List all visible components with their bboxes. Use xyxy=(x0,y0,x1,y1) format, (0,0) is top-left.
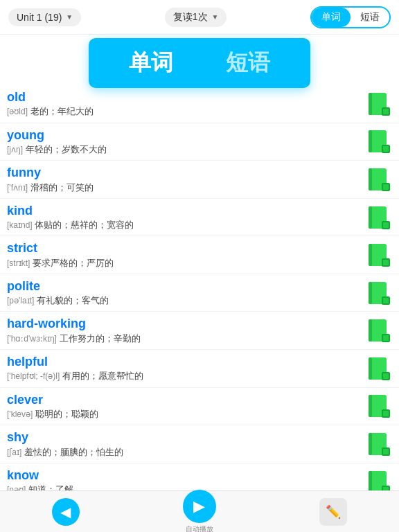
svg-rect-33 xyxy=(369,395,372,417)
word-item[interactable]: funny ['fʌnɪ] 滑稽的；可笑的 xyxy=(0,161,399,199)
word-info: [kaɪnd] 体贴的；慈祥的；宽容的 xyxy=(7,219,363,231)
word-phonetic: ['fʌnɪ] xyxy=(7,183,28,193)
svg-rect-41 xyxy=(369,471,372,493)
word-book-icon[interactable] xyxy=(363,278,393,308)
word-book-icon[interactable] xyxy=(363,429,393,459)
word-phonetic: [kaɪnd] xyxy=(7,220,33,230)
svg-rect-25 xyxy=(369,319,372,342)
svg-rect-29 xyxy=(369,357,372,380)
word-book-icon[interactable] xyxy=(363,127,393,157)
word-content: helpful ['helpfʊl; -f(ə)l] 有用的；愿意帮忙的 xyxy=(7,354,363,383)
word-english: helpful xyxy=(7,354,363,370)
word-book-icon[interactable] xyxy=(363,392,393,421)
word-info: [jʌŋ] 年轻的；岁数不大的 xyxy=(7,143,363,156)
word-english: strict xyxy=(7,240,363,256)
word-english: shy xyxy=(7,429,363,445)
word-chinese: 老的；年纪大的 xyxy=(30,106,94,116)
nav-play-item[interactable]: ▶ 自动播放 xyxy=(183,490,216,533)
word-info: ['fʌnɪ] 滑稽的；可笑的 xyxy=(7,181,363,194)
mode-phrase-button[interactable]: 短语 xyxy=(351,8,389,27)
svg-rect-27 xyxy=(383,335,389,341)
word-item[interactable]: kind [kaɪnd] 体贴的；慈祥的；宽容的 xyxy=(0,199,399,237)
word-book-icon[interactable] xyxy=(363,240,393,269)
svg-rect-17 xyxy=(369,244,372,266)
word-item[interactable]: shy [ʃaɪ] 羞怯的；腼腆的；怕生的 xyxy=(0,425,399,463)
word-info: ['helpfʊl; -f(ə)l] 有用的；愿意帮忙的 xyxy=(7,370,363,382)
word-phonetic: [jʌŋ] xyxy=(7,145,23,154)
word-chinese: 羞怯的；腼腆的；怕生的 xyxy=(24,447,123,457)
word-phonetic: ['helpfʊl; -f(ə)l] xyxy=(7,371,60,381)
word-item[interactable]: strict [strɪkt] 要求严格的；严厉的 xyxy=(0,236,399,274)
word-item[interactable]: young [jʌŋ] 年轻的；岁数不大的 xyxy=(0,123,399,161)
word-chinese: 滑稽的；可笑的 xyxy=(30,182,94,193)
replay-chevron-icon: ▼ xyxy=(212,13,219,21)
word-book-icon[interactable] xyxy=(363,165,393,194)
svg-rect-31 xyxy=(383,373,389,379)
word-chinese: 聪明的；聪颖的 xyxy=(35,409,98,419)
bottom-nav: ◀ ▶ 自动播放 ✏️ xyxy=(0,490,399,532)
word-content: hard-working ['hɑːd'wɜːkɪŋ] 工作努力的；辛勤的 xyxy=(7,316,363,345)
svg-rect-19 xyxy=(383,260,389,265)
play-label: 自动播放 xyxy=(186,524,213,533)
word-item[interactable]: polite [pə'laɪt] 有礼貌的；客气的 xyxy=(0,274,399,312)
word-phonetic: [strɪkt] xyxy=(7,258,30,268)
word-info: [ʃaɪ] 羞怯的；腼腆的；怕生的 xyxy=(7,446,363,459)
word-english: know xyxy=(7,468,363,484)
overlay-phrase-label: 短语 xyxy=(226,48,270,78)
word-content: strict [strɪkt] 要求严格的；严厉的 xyxy=(7,240,363,269)
word-info: ['klevə] 聪明的；聪颖的 xyxy=(7,408,363,420)
unit-chevron-icon: ▼ xyxy=(66,13,73,21)
word-content: clever ['klevə] 聪明的；聪颖的 xyxy=(7,392,363,421)
word-phonetic: ['hɑːd'wɜːkɪŋ] xyxy=(7,334,57,344)
word-list: old [əʊld] 老的；年纪大的 young [jʌŋ] 年轻的 xyxy=(0,37,399,493)
svg-rect-3 xyxy=(383,109,389,114)
word-item[interactable]: hard-working ['hɑːd'wɜːkɪŋ] 工作努力的；辛勤的 xyxy=(0,312,399,350)
svg-rect-11 xyxy=(383,184,389,190)
svg-rect-9 xyxy=(369,168,372,190)
word-book-icon[interactable] xyxy=(363,316,393,345)
svg-rect-5 xyxy=(369,130,372,152)
word-phonetic: [pə'laɪt] xyxy=(7,296,34,305)
word-book-icon[interactable] xyxy=(363,203,393,232)
word-chinese: 要求严格的；严厉的 xyxy=(33,258,114,268)
overlay-banner: 单词 短语 xyxy=(89,38,310,88)
word-english: hard-working xyxy=(7,316,363,332)
mode-word-button[interactable]: 单词 xyxy=(312,8,351,27)
word-book-icon[interactable] xyxy=(363,354,393,383)
back-icon: ◀ xyxy=(60,504,71,520)
word-content: polite [pə'laɪt] 有礼貌的；客气的 xyxy=(7,278,363,308)
top-bar: Unit 1 (19) ▼ 复读1次 ▼ 单词 短语 xyxy=(0,0,399,35)
unit-label: Unit 1 (19) xyxy=(17,12,62,23)
word-english: kind xyxy=(7,203,363,219)
svg-rect-1 xyxy=(369,93,372,115)
svg-rect-37 xyxy=(369,433,372,455)
word-item[interactable]: old [əʊld] 老的；年纪大的 xyxy=(0,82,399,123)
svg-rect-23 xyxy=(383,298,389,303)
word-phonetic: [əʊld] xyxy=(7,107,28,116)
word-item[interactable]: clever ['klevə] 聪明的；聪颖的 xyxy=(0,388,399,426)
word-phonetic: ['klevə] xyxy=(7,409,33,419)
word-phonetic: [ʃaɪ] xyxy=(7,447,21,457)
back-button[interactable]: ◀ xyxy=(52,498,80,526)
word-content: old [əʊld] 老的；年纪大的 xyxy=(7,89,363,118)
replay-label: 复读1次 xyxy=(173,11,208,24)
svg-rect-21 xyxy=(369,282,372,304)
word-book-icon[interactable] xyxy=(363,468,393,493)
play-button[interactable]: ▶ xyxy=(183,490,216,523)
edit-icon: ✏️ xyxy=(326,504,341,520)
replay-selector[interactable]: 复读1次 ▼ xyxy=(165,8,227,27)
svg-rect-15 xyxy=(383,222,389,228)
word-content: funny ['fʌnɪ] 滑稽的；可笑的 xyxy=(7,165,363,194)
mode-toggle: 单词 短语 xyxy=(310,6,391,28)
word-chinese: 工作努力的；辛勤的 xyxy=(60,333,141,344)
unit-selector[interactable]: Unit 1 (19) ▼ xyxy=(8,8,81,26)
nav-back-item[interactable]: ◀ xyxy=(52,498,80,526)
word-chinese: 有礼貌的；客气的 xyxy=(37,295,109,305)
word-book-icon[interactable] xyxy=(363,89,393,118)
word-english: polite xyxy=(7,278,363,294)
word-chinese: 有用的；愿意帮忙的 xyxy=(62,371,143,381)
nav-edit-item[interactable]: ✏️ xyxy=(319,498,347,526)
word-content: young [jʌŋ] 年轻的；岁数不大的 xyxy=(7,127,363,157)
word-item[interactable]: helpful ['helpfʊl; -f(ə)l] 有用的；愿意帮忙的 xyxy=(0,350,399,388)
edit-button[interactable]: ✏️ xyxy=(319,498,347,526)
